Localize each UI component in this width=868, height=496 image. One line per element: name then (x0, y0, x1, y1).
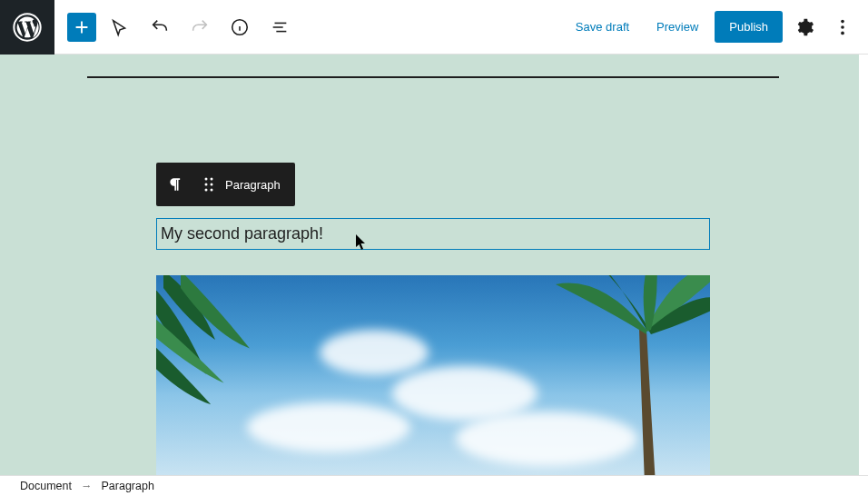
paragraph-block-type-icon[interactable] (156, 163, 196, 206)
svg-point-10 (205, 178, 208, 181)
toolbar-left-group (54, 11, 296, 44)
svg-point-14 (205, 189, 208, 192)
wordpress-logo[interactable] (0, 0, 54, 55)
svg-point-8 (841, 25, 844, 29)
sidebar-collapsed-edge (859, 55, 868, 475)
editor-canvas[interactable]: My first paragraph! Paragraph My second … (0, 55, 859, 475)
settings-gear-icon[interactable] (788, 11, 821, 44)
breadcrumb-current[interactable]: Paragraph (101, 480, 153, 492)
svg-point-15 (211, 189, 213, 192)
info-icon[interactable] (223, 11, 256, 44)
image-content (156, 275, 710, 475)
editor-top-toolbar: Save draft Preview Publish (0, 0, 868, 55)
toolbar-right-group: Save draft Preview Publish (565, 11, 868, 44)
redo-button (183, 11, 216, 44)
drag-handle-icon[interactable] (196, 176, 222, 193)
outline-icon[interactable] (263, 11, 296, 44)
palm-tree-left (156, 275, 301, 448)
more-options-icon[interactable] (826, 11, 859, 44)
block-type-label[interactable]: Paragraph (222, 178, 295, 192)
breadcrumb-bar: Document → Paragraph (0, 475, 868, 496)
breadcrumb-root[interactable]: Document (20, 480, 72, 492)
save-draft-button[interactable]: Save draft (565, 11, 640, 43)
add-block-button[interactable] (67, 13, 96, 42)
publish-button[interactable]: Publish (715, 11, 783, 43)
block-toolbar: Paragraph (156, 163, 295, 206)
paragraph-block-selected[interactable]: My second paragraph! (156, 218, 710, 250)
preview-button[interactable]: Preview (646, 11, 709, 43)
image-block[interactable] (156, 275, 710, 475)
svg-point-11 (211, 178, 213, 181)
svg-point-12 (205, 184, 208, 186)
svg-point-7 (841, 19, 844, 23)
breadcrumb-separator: → (81, 480, 93, 492)
palm-tree-right (547, 275, 710, 475)
svg-point-13 (211, 184, 213, 186)
undo-button[interactable] (143, 11, 176, 44)
svg-point-9 (841, 31, 844, 35)
tools-icon[interactable] (104, 11, 136, 44)
title-separator (87, 76, 779, 78)
mouse-cursor-icon (356, 234, 369, 251)
